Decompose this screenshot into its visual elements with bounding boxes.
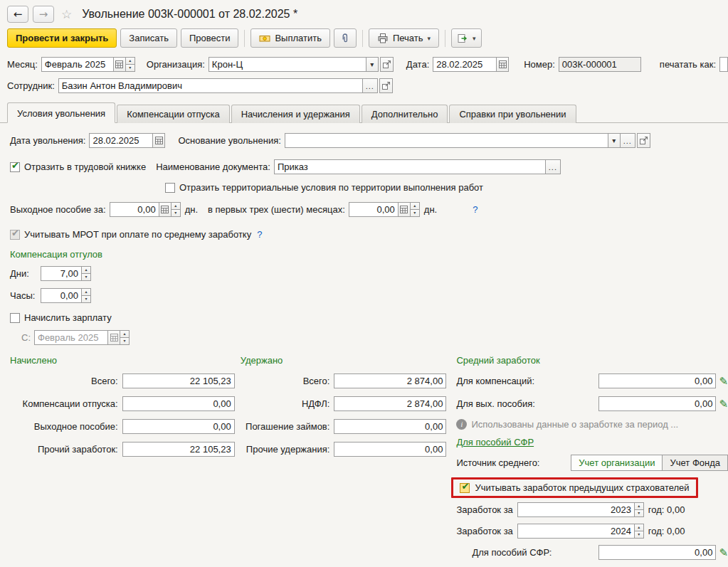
- earnings-year-row: Заработок за 2024 ▴▾ год: 0,00: [456, 524, 728, 539]
- accrued-total-field[interactable]: 22 105,23: [122, 373, 235, 388]
- pencil-icon[interactable]: ✎: [719, 546, 728, 559]
- titlebar: ← → ☆ Увольнение 003К-000001 от 28.02.20…: [0, 0, 728, 26]
- average-row: Для вых. пособия: 0,00 ✎: [456, 396, 728, 411]
- money-icon: [259, 33, 270, 44]
- accrued-severance-field[interactable]: 0,00: [122, 419, 235, 434]
- withheld-row: Погашение займов: 0,00: [241, 419, 447, 434]
- first-months-field[interactable]: 0,00: [349, 202, 399, 217]
- withheld-ndfl-label: НДФЛ:: [241, 398, 334, 409]
- withheld-ndfl-field[interactable]: 2 874,00: [334, 396, 446, 411]
- withheld-other-label: Прочие удержания:: [241, 444, 334, 455]
- employee-field[interactable]: Базин Антон Владимирович: [58, 78, 363, 93]
- write-button[interactable]: Записать: [120, 28, 177, 48]
- accrued-vacation-field[interactable]: 0,00: [122, 396, 235, 411]
- accrue-salary-checkbox[interactable]: [10, 313, 20, 323]
- post-and-close-button[interactable]: Провести и закрыть: [7, 28, 117, 48]
- back-button[interactable]: ←: [7, 6, 28, 23]
- spin-down-icon[interactable]: ▾: [634, 531, 644, 539]
- hours-field[interactable]: 0,00: [41, 288, 82, 303]
- earnings-2024-stepper[interactable]: ▴▾: [634, 524, 644, 539]
- prev-employers-earnings-checkbox[interactable]: [460, 483, 470, 493]
- forward-button[interactable]: →: [33, 6, 54, 23]
- hours-stepper[interactable]: ▴▾: [81, 288, 91, 303]
- days-stepper[interactable]: ▴▾: [81, 266, 91, 281]
- calendar-icon[interactable]: [152, 133, 165, 148]
- organization-field[interactable]: Крон-Ц: [209, 57, 366, 72]
- calendar-icon[interactable]: [496, 57, 509, 72]
- open-icon[interactable]: [380, 57, 394, 72]
- tab-vacation-compensation[interactable]: Компенсации отпуска: [117, 105, 230, 123]
- spin-down-icon[interactable]: ▾: [171, 209, 181, 217]
- earnings-2023-stepper[interactable]: ▴▾: [634, 502, 644, 517]
- dismissal-reason-field[interactable]: [285, 133, 608, 148]
- sfr-benefits-field[interactable]: 0,00: [598, 545, 716, 560]
- earnings-2023-year-field[interactable]: 2023: [517, 502, 635, 517]
- spin-down-icon[interactable]: ▾: [410, 209, 420, 217]
- spin-down-icon[interactable]: ▾: [634, 509, 644, 517]
- dropdown-icon[interactable]: ▾: [608, 133, 621, 148]
- calculator-icon[interactable]: [159, 202, 172, 217]
- avg-compensation-field[interactable]: 0,00: [598, 373, 716, 388]
- pay-button[interactable]: Выплатить: [250, 28, 330, 48]
- dropdown-icon[interactable]: ▾: [366, 57, 379, 72]
- number-label: Номер:: [524, 59, 555, 70]
- open-icon[interactable]: [379, 78, 393, 93]
- accrued-row: Всего: 22 105,23: [10, 373, 235, 388]
- choose-icon[interactable]: ...: [545, 159, 561, 174]
- spin-down-icon[interactable]: ▾: [125, 64, 135, 72]
- first-months-stepper[interactable]: ▴▾: [410, 202, 420, 217]
- help-link[interactable]: ?: [473, 204, 478, 215]
- earnings-info-row: i Использованы данные о заработке за пер…: [456, 419, 728, 430]
- month-stepper[interactable]: ▴▾: [125, 57, 135, 72]
- month-field[interactable]: Февраль 2025: [41, 57, 114, 72]
- print-label: Печать: [393, 33, 423, 43]
- earnings-2024-year-field[interactable]: 2024: [517, 524, 635, 539]
- withheld-loans-label: Погашение займов:: [241, 421, 334, 432]
- help-link[interactable]: ?: [257, 229, 262, 240]
- from-label: С:: [21, 332, 31, 343]
- chevron-down-icon: ▾: [473, 35, 476, 42]
- tab-accruals-deductions[interactable]: Начисления и удержания: [231, 105, 360, 123]
- territorial-conditions-checkbox[interactable]: [165, 183, 175, 193]
- post-button[interactable]: Провести: [181, 28, 239, 48]
- tab-dismissal-certificates[interactable]: Справки при увольнении: [449, 105, 576, 123]
- days-field[interactable]: 7,00: [41, 266, 82, 281]
- open-icon[interactable]: [637, 133, 650, 148]
- withheld-other-field[interactable]: 0,00: [334, 442, 446, 457]
- pencil-icon[interactable]: ✎: [719, 375, 728, 388]
- withheld-total-field[interactable]: 2 874,00: [334, 373, 446, 388]
- pencil-icon[interactable]: ✎: [719, 398, 728, 410]
- withheld-loans-field[interactable]: 0,00: [334, 419, 446, 434]
- print-button[interactable]: Печать ▾: [369, 28, 439, 48]
- severance-stepper[interactable]: ▴▾: [171, 202, 181, 217]
- labor-book-checkbox[interactable]: [10, 162, 20, 172]
- spin-down-icon[interactable]: ▾: [81, 295, 91, 303]
- choose-icon[interactable]: ...: [362, 78, 378, 93]
- attachments-button[interactable]: [334, 28, 357, 48]
- document-name-field[interactable]: Приказ: [274, 159, 546, 174]
- send-button[interactable]: ▾: [451, 28, 482, 48]
- date-field[interactable]: 28.02.2025: [433, 57, 497, 72]
- dismissal-date-field[interactable]: 28.02.2025: [89, 133, 153, 148]
- sfr-benefits-link[interactable]: Для пособий СФР: [456, 437, 534, 447]
- mrot-label: Учитывать МРОТ при оплате по среднему за…: [24, 229, 251, 240]
- tab-additional[interactable]: Дополнительно: [362, 105, 448, 123]
- dismissal-date-label: Дата увольнения:: [10, 135, 85, 146]
- tab-dismissal-conditions[interactable]: Условия увольнения: [7, 102, 115, 123]
- calculator-icon[interactable]: [398, 202, 411, 217]
- accrued-other-field[interactable]: 22 105,23: [122, 442, 235, 457]
- print-as-field[interactable]: [719, 57, 728, 72]
- from-month-field: Февраль 2025: [34, 330, 108, 345]
- withheld-section: Удержано Всего: 2 874,00 НДФЛ: 2 874,00 …: [241, 355, 447, 465]
- avg-severance-field[interactable]: 0,00: [598, 396, 716, 411]
- source-fund-accounting-option[interactable]: Учет Фонда: [663, 455, 727, 470]
- choose-icon[interactable]: ...: [620, 133, 635, 148]
- info-icon: i: [456, 419, 467, 430]
- calendar-icon[interactable]: [113, 57, 126, 72]
- favorite-star-icon[interactable]: ☆: [61, 7, 72, 21]
- source-org-accounting-option[interactable]: Учет организации: [571, 455, 663, 470]
- avg-compensation-label: Для компенсаций:: [456, 376, 534, 386]
- spin-down-icon[interactable]: ▾: [81, 273, 91, 281]
- accrued-vacation-label: Компенсации отпуска:: [10, 398, 122, 409]
- severance-days-field[interactable]: 0,00: [110, 202, 159, 217]
